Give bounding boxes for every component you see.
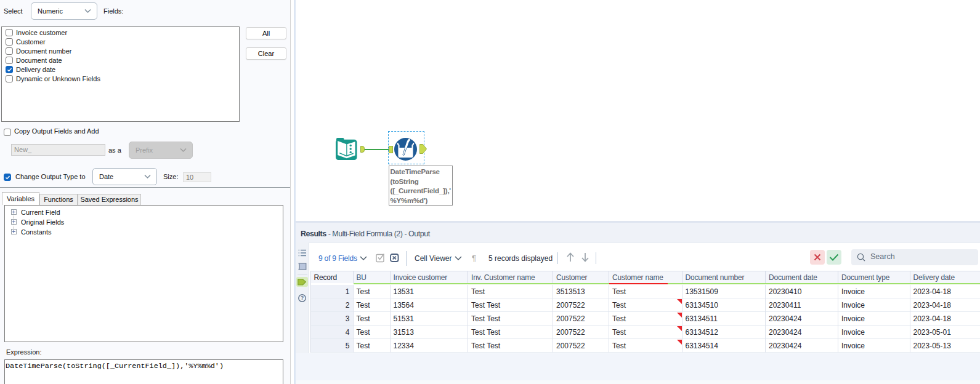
svg-text:?: ? [301, 295, 304, 301]
